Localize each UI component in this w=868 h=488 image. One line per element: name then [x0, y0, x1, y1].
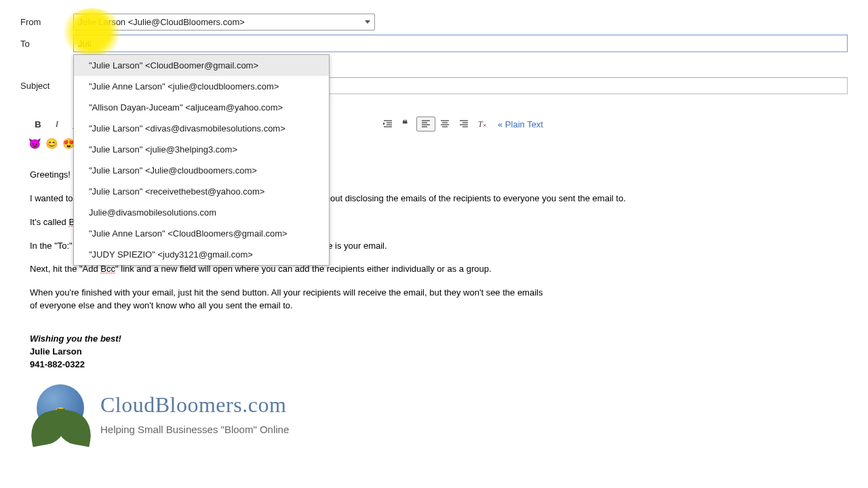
- plain-text-link[interactable]: « Plain Text: [498, 119, 543, 129]
- autocomplete-option[interactable]: "Julie Anne Larson" <julie@cloudbloomers…: [74, 76, 329, 97]
- autocomplete-option[interactable]: Julie@divasmobilesolutions.com: [74, 202, 329, 223]
- emoji-smile-icon[interactable]: 😊: [45, 138, 58, 150]
- bold-button[interactable]: B: [28, 117, 47, 131]
- signature-logo-block: CloudBloomers.com Helping Small Business…: [30, 383, 848, 443]
- autocomplete-option[interactable]: "Julie Larson" <Julie@cloudboomers.com>: [74, 160, 329, 181]
- svg-text:×: ×: [483, 122, 486, 129]
- autocomplete-option[interactable]: "JUDY SPIEZIO" <judy3121@gmail.com>: [74, 244, 329, 265]
- from-account-value: Julie Larson <Julie@CloudBloomers.com>: [78, 17, 245, 27]
- to-input[interactable]: [73, 35, 848, 52]
- svg-marker-4: [383, 123, 385, 125]
- autocomplete-option[interactable]: "Julie Anne Larson" <CloudBloomers@gmail…: [74, 223, 329, 244]
- outdent-button[interactable]: [378, 117, 397, 131]
- emoji-devil-icon[interactable]: 😈: [28, 138, 41, 150]
- autocomplete-option[interactable]: "Julie Larson" <julie@3helping3.com>: [74, 139, 329, 160]
- cloudbloomers-logo-icon: [30, 383, 91, 443]
- align-center-button[interactable]: [435, 117, 454, 131]
- chevron-down-icon: [365, 20, 370, 24]
- autocomplete-option[interactable]: "Julie Larson" <receivethebest@yahoo.com…: [74, 181, 329, 202]
- subject-label: Subject: [20, 81, 73, 91]
- to-autocomplete-dropdown: "Julie Larson" <CloudBoomer@gmail.com> "…: [73, 54, 330, 266]
- autocomplete-option[interactable]: "Allison Dayan-Juceam" <aljuceam@yahoo.c…: [74, 97, 329, 118]
- body-paragraph: When you're finished with your email, ju…: [30, 287, 552, 312]
- signature-phone: 941-882-0322: [30, 359, 85, 369]
- signature-greeting: Wishing you the best!: [30, 333, 121, 344]
- from-account-select[interactable]: Julie Larson <Julie@CloudBloomers.com>: [73, 14, 375, 30]
- signature-tagline: Helping Small Businesses "Bloom" Online: [100, 422, 289, 437]
- autocomplete-option[interactable]: "Julie Larson" <CloudBoomer@gmail.com>: [74, 55, 329, 76]
- autocomplete-option[interactable]: "Julie Larson" <divas@divasmobilesolutio…: [74, 118, 329, 139]
- italic-button[interactable]: I: [47, 117, 66, 131]
- quote-button[interactable]: ❝: [397, 117, 416, 131]
- signature-name: Julie Larson: [30, 346, 82, 357]
- svg-text:❝: ❝: [402, 119, 408, 129]
- align-left-button[interactable]: [416, 117, 435, 131]
- clear-formatting-button[interactable]: T×: [473, 117, 492, 131]
- to-label: To: [20, 39, 73, 49]
- from-label: From: [20, 17, 73, 27]
- signature-brand: CloudBloomers.com: [100, 389, 289, 420]
- align-right-button[interactable]: [454, 117, 473, 131]
